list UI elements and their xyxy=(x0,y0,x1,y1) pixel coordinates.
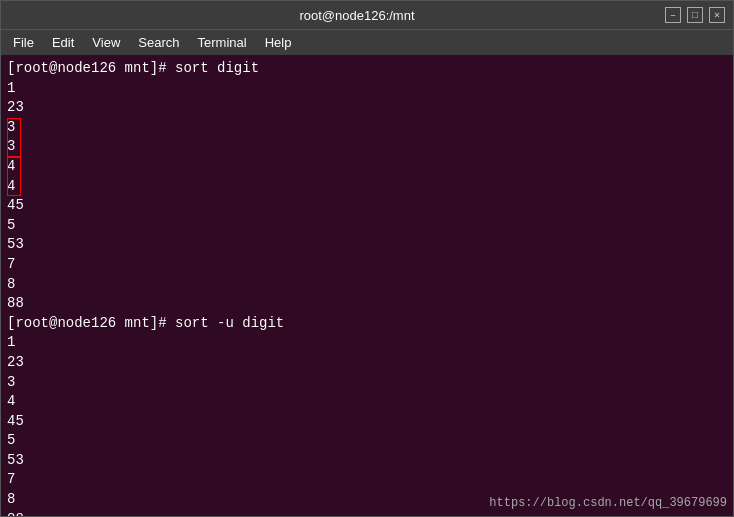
terminal-line-13: [root@node126 mnt]# sort -u digit xyxy=(7,314,727,334)
terminal-line-2: 23 xyxy=(7,98,727,118)
terminal-line-3: 3 xyxy=(7,118,727,138)
terminal-line-group-5-6: 4 4 xyxy=(7,157,727,196)
menu-search[interactable]: Search xyxy=(130,33,187,52)
terminal-line-6: 4 xyxy=(7,177,727,197)
terminal-line-7: 45 xyxy=(7,196,727,216)
terminal-line-16: 3 xyxy=(7,373,727,393)
terminal-line-19: 5 xyxy=(7,431,727,451)
terminal-line-5: 4 xyxy=(7,157,727,177)
terminal-line-1: 1 xyxy=(7,79,727,99)
terminal-line-23: 88 xyxy=(7,510,727,516)
title-bar: root@node126:/mnt – □ ✕ xyxy=(1,1,733,29)
terminal-line-11: 8 xyxy=(7,275,727,295)
terminal-window: root@node126:/mnt – □ ✕ File Edit View S… xyxy=(0,0,734,517)
menu-bar: File Edit View Search Terminal Help xyxy=(1,29,733,55)
terminal-line-18: 45 xyxy=(7,412,727,432)
status-url: https://blog.csdn.net/qq_39679699 xyxy=(489,496,727,510)
maximize-button[interactable]: □ xyxy=(687,7,703,23)
menu-view[interactable]: View xyxy=(84,33,128,52)
terminal-line-12: 88 xyxy=(7,294,727,314)
terminal-line-20: 53 xyxy=(7,451,727,471)
close-button[interactable]: ✕ xyxy=(709,7,725,23)
menu-terminal[interactable]: Terminal xyxy=(190,33,255,52)
menu-file[interactable]: File xyxy=(5,33,42,52)
terminal-line-0: [root@node126 mnt]# sort digit xyxy=(7,59,727,79)
menu-edit[interactable]: Edit xyxy=(44,33,82,52)
terminal-line-group-3-4: 3 3 xyxy=(7,118,727,157)
window-title: root@node126:/mnt xyxy=(49,8,665,23)
terminal-line-4: 3 xyxy=(7,137,727,157)
terminal-line-9: 53 xyxy=(7,235,727,255)
terminal-line-10: 7 xyxy=(7,255,727,275)
menu-help[interactable]: Help xyxy=(257,33,300,52)
terminal-line-8: 5 xyxy=(7,216,727,236)
terminal-line-14: 1 xyxy=(7,333,727,353)
terminal-line-15: 23 xyxy=(7,353,727,373)
terminal-body[interactable]: [root@node126 mnt]# sort digit 1 23 3 3 … xyxy=(1,55,733,516)
terminal-line-21: 7 xyxy=(7,470,727,490)
window-controls: – □ ✕ xyxy=(665,7,725,23)
minimize-button[interactable]: – xyxy=(665,7,681,23)
terminal-line-17: 4 xyxy=(7,392,727,412)
